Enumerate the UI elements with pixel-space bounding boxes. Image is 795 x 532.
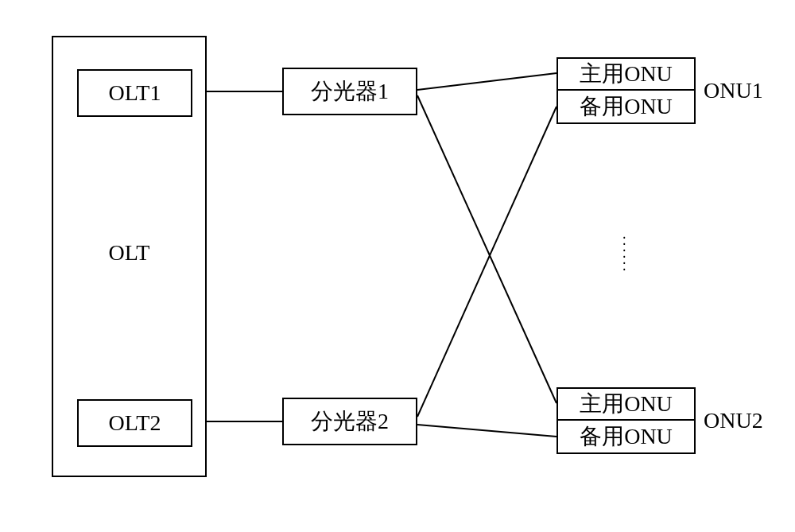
svg-line-4 — [417, 107, 556, 417]
svg-line-3 — [417, 95, 556, 403]
splitter1-box: 分光器1 — [282, 68, 417, 115]
onu1-group-label: ONU1 — [704, 78, 763, 103]
splitter2-box: 分光器2 — [282, 398, 417, 445]
onu2-primary-row: 主用ONU — [558, 389, 694, 421]
svg-line-5 — [417, 425, 556, 437]
onu1-primary-label: 主用ONU — [580, 59, 673, 89]
onu1-standby-label: 备用ONU — [580, 91, 673, 122]
splitter2-label: 分光器2 — [311, 406, 389, 437]
svg-line-2 — [417, 73, 556, 90]
onu2-standby-label: 备用ONU — [580, 421, 673, 452]
olt2-box: OLT2 — [77, 399, 192, 447]
olt2-label: OLT2 — [109, 410, 161, 436]
onu2-primary-label: 主用ONU — [580, 389, 673, 419]
onu2-standby-row: 备用ONU — [558, 421, 694, 452]
onu1-primary-row: 主用ONU — [558, 59, 694, 91]
olt-outer-box: OLT1 OLT OLT2 — [52, 36, 207, 477]
olt1-label: OLT1 — [109, 80, 161, 106]
olt-label: OLT — [53, 240, 205, 266]
onu1-box: 主用ONU 备用ONU — [556, 57, 696, 124]
splitter1-label: 分光器1 — [311, 76, 389, 107]
onu1-standby-row: 备用ONU — [558, 91, 694, 122]
onu2-group-label: ONU2 — [704, 408, 763, 433]
olt1-box: OLT1 — [77, 69, 192, 117]
onu2-box: 主用ONU 备用ONU — [556, 387, 696, 454]
ellipsis-icon: ...... — [622, 231, 626, 269]
